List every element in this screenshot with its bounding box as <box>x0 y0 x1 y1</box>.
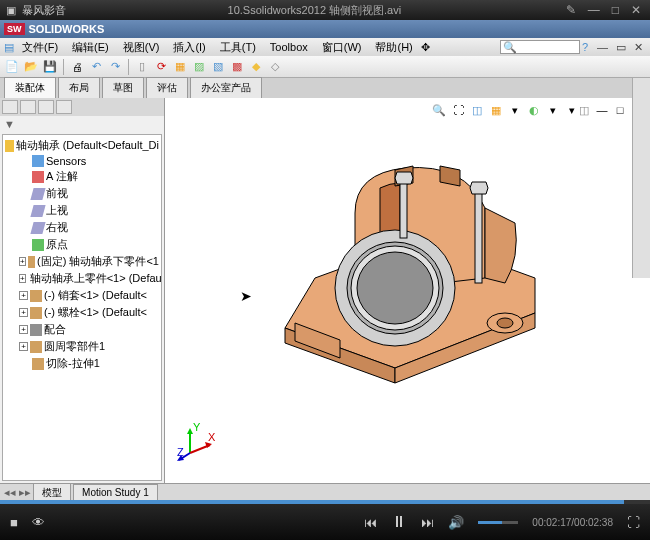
sidebar-toggle[interactable]: ▼ <box>0 116 164 132</box>
player-minimize-icon[interactable]: — <box>585 3 603 17</box>
expand-icon[interactable]: + <box>19 342 28 351</box>
view-orient-icon[interactable]: ◫ <box>469 102 485 118</box>
expand-icon[interactable]: + <box>19 308 28 317</box>
save-icon[interactable]: 💾 <box>42 59 58 75</box>
tree-item[interactable]: +圆周零部件1 <box>5 338 159 355</box>
menu-tools[interactable]: 工具(T) <box>214 38 262 57</box>
tree-item[interactable]: 右视 <box>5 219 159 236</box>
prev-icon[interactable]: ⏮ <box>364 515 377 530</box>
property-tab[interactable] <box>20 100 36 114</box>
menu-dropdown-icon[interactable]: ✥ <box>421 41 430 54</box>
tree-item-label: Sensors <box>46 155 86 167</box>
rebuild-icon[interactable]: ⟳ <box>153 59 169 75</box>
svg-text:X: X <box>208 431 215 443</box>
pause-icon[interactable]: ⏸ <box>391 513 407 531</box>
player-controls: ■ 👁 ⏮ ⏸ ⏭ 🔊 00:02:17/00:02:38 ⛶ <box>0 504 650 540</box>
tree-item-icon <box>30 188 45 200</box>
tool-icon[interactable]: ◆ <box>248 59 264 75</box>
next-icon[interactable]: ⏭ <box>421 515 434 530</box>
expand-icon[interactable]: + <box>19 257 26 266</box>
close-icon[interactable]: ✕ <box>631 41 646 54</box>
tree-item[interactable]: 原点 <box>5 236 159 253</box>
expand-icon[interactable]: + <box>19 291 28 300</box>
fullscreen-icon[interactable]: ⛶ <box>627 515 640 530</box>
tree-item[interactable]: 上视 <box>5 202 159 219</box>
svg-point-5 <box>357 252 433 324</box>
svg-rect-8 <box>475 188 482 283</box>
tree-item-icon <box>30 307 42 319</box>
tool-icon[interactable]: ▩ <box>229 59 245 75</box>
help-icon[interactable]: ? <box>582 41 588 53</box>
tab-sketch[interactable]: 草图 <box>102 77 144 98</box>
tree-item[interactable]: 切除-拉伸1 <box>5 355 159 372</box>
select-icon[interactable]: ▯ <box>134 59 150 75</box>
zoom-area-icon[interactable]: ⛶ <box>450 102 466 118</box>
restore-icon[interactable]: ▭ <box>613 41 629 54</box>
tree-item[interactable]: +轴动轴承上零件<1> (Defaul <box>5 270 159 287</box>
viewport-toolbar: 🔍 ⛶ ◫ ▦ ▾ ◐ ▾ ▾ <box>431 102 580 118</box>
eye-icon[interactable]: 👁 <box>32 515 45 530</box>
expand-icon[interactable]: + <box>19 325 28 334</box>
tree-item[interactable]: Sensors <box>5 154 159 168</box>
nav-arrows[interactable]: ◂◂ ▸▸ <box>4 486 31 499</box>
tree-item[interactable]: +(-) 螺栓<1> (Default< <box>5 304 159 321</box>
menu-edit[interactable]: 编辑(E) <box>66 38 115 57</box>
menu-window[interactable]: 窗口(W) <box>316 38 368 57</box>
zoom-fit-icon[interactable]: 🔍 <box>431 102 447 118</box>
tree-root[interactable]: 轴动轴承 (Default<Default_Di <box>5 137 159 154</box>
tool-icon[interactable]: ▧ <box>210 59 226 75</box>
search-input[interactable]: 🔍 <box>500 40 580 54</box>
menu-app-icon[interactable]: ▤ <box>4 41 14 54</box>
tree-item-icon <box>28 256 35 268</box>
tree-item[interactable]: +(固定) 轴动轴承下零件<1 <box>5 253 159 270</box>
menu-view[interactable]: 视图(V) <box>117 38 166 57</box>
tool-icon[interactable]: ▨ <box>191 59 207 75</box>
tree-item-icon <box>32 239 44 251</box>
menu-insert[interactable]: 插入(I) <box>167 38 211 57</box>
volume-icon[interactable]: 🔊 <box>448 515 464 530</box>
player-maximize-icon[interactable]: □ <box>609 3 622 17</box>
undo-icon[interactable]: ↶ <box>88 59 104 75</box>
vp-min-icon[interactable]: — <box>594 102 610 118</box>
redo-icon[interactable]: ↷ <box>107 59 123 75</box>
player-tool-icon[interactable]: ✎ <box>563 3 579 17</box>
menu-toolbox[interactable]: Toolbox <box>264 39 314 55</box>
open-icon[interactable]: 📂 <box>23 59 39 75</box>
tab-assembly[interactable]: 装配体 <box>4 77 56 98</box>
display-tab[interactable] <box>56 100 72 114</box>
menu-file[interactable]: 文件(F) <box>16 38 64 57</box>
tree-item[interactable]: A 注解 <box>5 168 159 185</box>
stop-icon[interactable]: ■ <box>10 515 18 530</box>
config-tab[interactable] <box>38 100 54 114</box>
section-icon[interactable]: ▾ <box>507 102 523 118</box>
print-icon[interactable]: 🖨 <box>69 59 85 75</box>
menu-help[interactable]: 帮助(H) <box>369 38 418 57</box>
feature-tree-tab[interactable] <box>2 100 18 114</box>
tree-item[interactable]: +配合 <box>5 321 159 338</box>
tool-icon[interactable]: ◇ <box>267 59 283 75</box>
window-controls: — ▭ ✕ <box>594 41 646 54</box>
viewport[interactable]: 🔍 ⛶ ◫ ▦ ▾ ◐ ▾ ▾ ◫ — □ ✕ <box>165 98 650 483</box>
tab-motion-study[interactable]: Motion Study 1 <box>73 484 158 501</box>
task-pane[interactable] <box>632 78 650 278</box>
display-style-icon[interactable]: ▦ <box>488 102 504 118</box>
vp-split-icon[interactable]: ◫ <box>576 102 592 118</box>
tree-item-icon <box>32 171 44 183</box>
scene-icon[interactable]: ◐ <box>526 102 542 118</box>
player-close-icon[interactable]: ✕ <box>628 3 644 17</box>
ribbon-tabs: 装配体 布局 草图 评估 办公室产品 <box>0 78 650 98</box>
volume-slider[interactable] <box>478 521 518 524</box>
tab-office[interactable]: 办公室产品 <box>190 77 262 98</box>
minimize-icon[interactable]: — <box>594 41 611 54</box>
tab-evaluate[interactable]: 评估 <box>146 77 188 98</box>
new-icon[interactable]: 📄 <box>4 59 20 75</box>
tab-layout[interactable]: 布局 <box>58 77 100 98</box>
content-area: ▼ 轴动轴承 (Default<Default_Di SensorsA 注解前视… <box>0 98 650 483</box>
appearance-icon[interactable]: ▾ <box>545 102 561 118</box>
expand-icon[interactable]: + <box>19 274 26 283</box>
options-icon[interactable]: ▦ <box>172 59 188 75</box>
tree-item[interactable]: +(-) 销套<1> (Default< <box>5 287 159 304</box>
tree-item[interactable]: 前视 <box>5 185 159 202</box>
vp-max-icon[interactable]: □ <box>612 102 628 118</box>
progress-bar[interactable] <box>0 500 650 504</box>
